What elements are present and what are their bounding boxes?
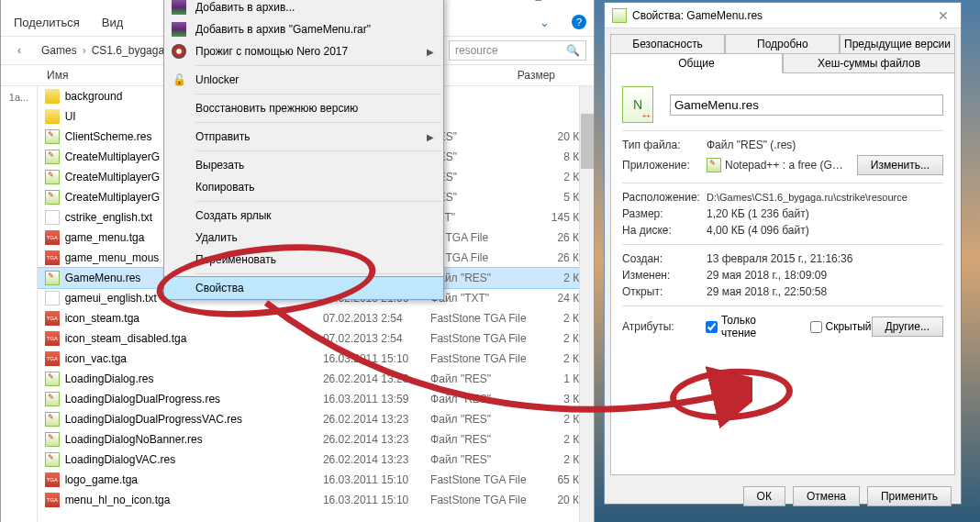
- file-row[interactable]: LoadingDialogVAC.res26.02.2014 13:23Файл…: [38, 450, 594, 470]
- nav-pane[interactable]: 1а...: [1, 86, 38, 522]
- label-filetype: Тип файла:: [622, 139, 707, 151]
- tga-icon: TGA: [45, 472, 60, 487]
- apply-button[interactable]: Применить: [867, 486, 952, 506]
- change-app-button[interactable]: Изменить...: [857, 155, 943, 175]
- toolbar-view[interactable]: Вид: [102, 16, 124, 29]
- file-row[interactable]: TGAicon_steam.tga07.02.2013 2:54FastSton…: [38, 308, 594, 328]
- file-date: 26.02.2014 13:23: [323, 453, 430, 466]
- file-date: 16.03.2011 13:59: [323, 393, 430, 405]
- file-row[interactable]: LoadingDialogDualProgress.res16.03.2011 …: [38, 389, 594, 409]
- file-row[interactable]: LoadingDialogNoBanner.res26.02.2014 13:2…: [38, 429, 594, 450]
- ctx-item[interactable]: Добавить в архив...: [164, 0, 443, 18]
- ctx-item[interactable]: 🔓Unlocker: [164, 69, 443, 91]
- value-created: 13 февраля 2015 г., 21:16:36: [707, 252, 943, 265]
- ctx-item[interactable]: Добавить в архив "GameMenu.rar": [164, 18, 443, 40]
- ok-button[interactable]: ОК: [743, 486, 785, 506]
- ctx-item[interactable]: Удалить: [164, 227, 443, 249]
- cancel-button[interactable]: Отмена: [793, 486, 860, 506]
- file-row[interactable]: TGAicon_vac.tga16.03.2011 15:10FastStone…: [38, 349, 594, 369]
- tga-icon: TGA: [45, 230, 60, 245]
- ctx-item[interactable]: Восстановить прежнюю версию: [164, 97, 443, 119]
- hidden-checkbox[interactable]: Скрытый: [810, 320, 872, 333]
- file-type: FastStone TGA File: [430, 332, 547, 345]
- tab-previous-versions[interactable]: Предыдущие версии: [840, 34, 954, 53]
- ctx-separator: [195, 65, 441, 66]
- scrollbar[interactable]: [579, 86, 594, 522]
- res-icon: [45, 129, 60, 144]
- file-date: 07.02.2013 2:54: [323, 332, 430, 345]
- file-type: ne TGA File: [430, 231, 547, 244]
- context-menu: Добавить в архив...Добавить в архив "Gam…: [163, 0, 444, 300]
- filename-input[interactable]: [670, 94, 943, 116]
- label-size: Размер:: [622, 207, 707, 220]
- tab-security[interactable]: Безопасность: [610, 34, 725, 53]
- ctx-separator: [195, 150, 441, 151]
- res-icon: [45, 170, 60, 184]
- file-name: LoadingDialog.res: [65, 372, 323, 385]
- res-icon: [45, 392, 60, 406]
- ctx-item[interactable]: Создать ярлык: [164, 205, 443, 227]
- ctx-label: Восстановить прежнюю версию: [195, 102, 358, 115]
- nero-icon: [172, 44, 186, 59]
- res-icon: [45, 372, 60, 386]
- res-icon: [45, 190, 60, 205]
- ribbon-expand-icon[interactable]: ⌄: [540, 16, 550, 29]
- res-icon: [45, 452, 60, 467]
- tga-icon: TGA: [45, 351, 60, 366]
- ctx-item[interactable]: Свойства: [164, 277, 443, 299]
- file-name: LoadingDialogDualProgressVAC.res: [65, 413, 323, 426]
- readonly-checkbox[interactable]: Только чтение: [706, 314, 794, 339]
- file-name: icon_steam_disabled.tga: [65, 332, 323, 345]
- search-input[interactable]: resource 🔍: [449, 40, 586, 61]
- label-modified: Изменен:: [622, 269, 707, 282]
- ctx-label: Переименовать: [195, 253, 276, 266]
- file-name: icon_steam.tga: [65, 312, 323, 325]
- tab-hash[interactable]: Хеш-суммы файлов: [783, 53, 955, 73]
- properties-dialog: Свойства: GameMenu.res ✕ Безопасность По…: [604, 2, 962, 505]
- file-row[interactable]: TGAlogo_game.tga16.03.2011 15:10FastSton…: [38, 470, 594, 490]
- label-disk: На диске:: [622, 224, 707, 237]
- file-date: 16.03.2011 15:10: [323, 494, 430, 506]
- value-location: D:\Games\CS1.6_bygaga.ru\cstrike\resourc…: [707, 192, 943, 203]
- file-type: FastStone TGA File: [430, 494, 547, 506]
- file-row[interactable]: TGAicon_steam_disabled.tga07.02.2013 2:5…: [38, 328, 594, 349]
- tab-general[interactable]: Общие: [610, 53, 783, 73]
- other-attrs-button[interactable]: Другие...: [872, 317, 943, 337]
- column-size[interactable]: Размер: [515, 69, 570, 82]
- ctx-item[interactable]: Копировать: [164, 176, 443, 198]
- tab-details[interactable]: Подробно: [725, 34, 840, 53]
- res-icon: [45, 150, 60, 164]
- ctx-separator: [195, 94, 441, 94]
- file-row[interactable]: TGAmenu_hl_no_icon.tga16.03.2011 15:10Fa…: [38, 490, 594, 510]
- file-type: RES": [430, 171, 547, 183]
- dialog-title: Свойства: GameMenu.res: [632, 9, 763, 22]
- ctx-separator: [195, 122, 441, 123]
- txt-icon: [45, 291, 60, 305]
- dialog-close-button[interactable]: ✕: [926, 8, 961, 23]
- maximize-button[interactable]: ▢: [520, 0, 555, 6]
- unlock-icon: 🔓: [172, 72, 186, 87]
- ctx-item[interactable]: Прожиг с помощью Nero 2017▶: [164, 40, 443, 62]
- file-date: 07.02.2013 2:54: [323, 312, 430, 325]
- rar-icon: [172, 22, 186, 37]
- ctx-item[interactable]: Вырезать: [164, 154, 443, 176]
- file-type: Файл "RES": [430, 372, 547, 385]
- scrollbar-thumb[interactable]: [581, 114, 594, 169]
- ctx-item[interactable]: Переименовать: [164, 249, 443, 271]
- help-icon[interactable]: ?: [572, 15, 586, 29]
- folder-icon: [45, 109, 60, 124]
- file-row[interactable]: LoadingDialogDualProgressVAC.res26.02.20…: [38, 409, 594, 429]
- toolbar-share[interactable]: Поделиться: [14, 16, 80, 29]
- file-row[interactable]: LoadingDialog.res26.02.2014 13:23Файл "R…: [38, 369, 594, 389]
- minimize-button[interactable]: —: [485, 0, 520, 6]
- nav-back-icon[interactable]: ‹: [1, 44, 38, 57]
- file-type: Файл "RES": [430, 272, 547, 284]
- ctx-label: Создать ярлык: [195, 209, 272, 222]
- rar-icon: [172, 0, 186, 15]
- close-button[interactable]: ✕: [555, 0, 590, 6]
- ctx-separator: [195, 273, 441, 274]
- file-date: 26.02.2014 13:23: [323, 372, 430, 385]
- res-icon: [45, 432, 60, 447]
- file-name: icon_vac.tga: [65, 352, 323, 365]
- ctx-item[interactable]: Отправить▶: [164, 126, 443, 148]
